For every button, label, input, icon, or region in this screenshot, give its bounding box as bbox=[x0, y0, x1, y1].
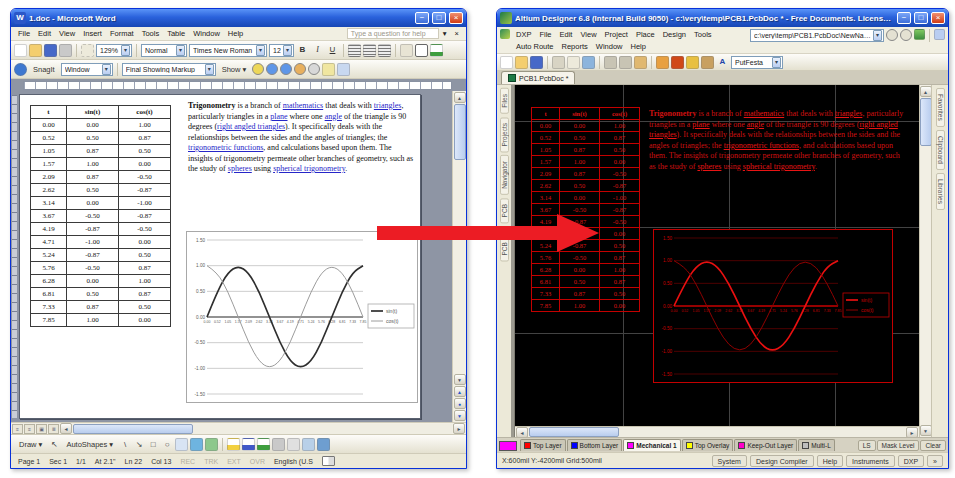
panel-button-dxp[interactable]: DXP bbox=[898, 455, 924, 467]
draw-menu-button[interactable]: Draw ▾ bbox=[15, 439, 46, 450]
markup-display-select[interactable]: Final Showing Markup ▾ bbox=[122, 63, 216, 76]
border-icon[interactable] bbox=[415, 44, 428, 57]
align-right-icon[interactable] bbox=[378, 44, 391, 57]
text-box-icon[interactable] bbox=[175, 438, 188, 451]
panel-button--[interactable]: » bbox=[927, 455, 943, 467]
menu-item-window[interactable]: Window bbox=[189, 28, 224, 39]
menu-item-insert[interactable]: Insert bbox=[79, 28, 106, 39]
fill-color-icon[interactable] bbox=[227, 438, 240, 451]
scroll-thumb[interactable] bbox=[73, 424, 193, 434]
print-icon[interactable] bbox=[59, 44, 72, 57]
layer-tab-top-overlay[interactable]: Top Overlay bbox=[682, 439, 734, 451]
zoom-select[interactable]: 129% ▾ bbox=[96, 44, 132, 57]
place-pad-icon[interactable] bbox=[671, 56, 684, 69]
panel-tab-navigator[interactable]: Navigator bbox=[500, 155, 509, 195]
menu-item-help[interactable]: Help bbox=[626, 40, 649, 52]
menu-item-edit[interactable]: Edit bbox=[556, 28, 577, 40]
word-vertical-scrollbar[interactable]: ▲ ▼ ▲ ● ▼ bbox=[452, 91, 466, 422]
layer-tab-mechanical-1[interactable]: Mechanical 1 bbox=[623, 439, 680, 451]
scroll-track[interactable] bbox=[529, 427, 905, 437]
panel-tab-libraries[interactable]: Libraries bbox=[936, 173, 945, 210]
altium-maximize-button[interactable]: □ bbox=[914, 12, 928, 24]
vertical-ruler[interactable] bbox=[12, 95, 17, 418]
ask-question-input[interactable]: Type a question for help bbox=[347, 28, 439, 39]
layer-tab-top-layer[interactable]: Top Layer bbox=[520, 439, 566, 451]
layer-button-mask-level[interactable]: Mask Level bbox=[877, 440, 920, 451]
canvas-horizontal-scrollbar[interactable]: ◄ ► bbox=[515, 426, 919, 437]
menu-item-tools[interactable]: Tools bbox=[690, 28, 716, 40]
print-preview-icon[interactable] bbox=[567, 56, 580, 69]
snagit-button[interactable]: SnagIt bbox=[29, 64, 59, 75]
next-page-icon[interactable]: ▼ bbox=[454, 410, 466, 421]
pcb-canvas[interactable]: tsin(t)cos(t)0.000.001.000.520.500.871.0… bbox=[515, 85, 919, 426]
panel-tab-clipboard[interactable]: Clipboard bbox=[936, 130, 945, 170]
line-color-icon[interactable] bbox=[242, 438, 255, 451]
panel-button-system[interactable]: System bbox=[712, 455, 747, 467]
line-style-icon[interactable] bbox=[272, 438, 285, 451]
scroll-thumb[interactable] bbox=[920, 98, 932, 146]
outline-view-icon[interactable]: ≣ bbox=[48, 424, 59, 434]
word-minimize-button[interactable]: − bbox=[415, 12, 429, 24]
accept-change-icon[interactable] bbox=[294, 63, 306, 75]
zoom-icon[interactable] bbox=[582, 56, 595, 69]
font-select[interactable]: Times New Roman ▾ bbox=[189, 44, 267, 57]
undo-icon[interactable] bbox=[81, 44, 94, 57]
scroll-thumb[interactable] bbox=[454, 104, 466, 160]
oval-icon[interactable]: ○ bbox=[161, 440, 173, 449]
menu-item-reports[interactable]: Reports bbox=[558, 40, 592, 52]
new-document-icon[interactable] bbox=[14, 44, 27, 57]
panel-tab-files[interactable]: Files bbox=[500, 88, 509, 114]
word-close-button[interactable]: × bbox=[449, 12, 463, 24]
hyperlink[interactable]: spheres bbox=[228, 164, 252, 173]
panel-tab-favorites[interactable]: Favorites bbox=[936, 88, 945, 127]
menu-item-file[interactable]: File bbox=[14, 28, 34, 39]
font-size-select[interactable]: 12 ▾ bbox=[269, 44, 294, 57]
word-maximize-button[interactable]: □ bbox=[432, 12, 446, 24]
menu-item-view[interactable]: View bbox=[576, 28, 600, 40]
horizontal-ruler[interactable] bbox=[23, 81, 452, 90]
scroll-right-icon[interactable]: ► bbox=[906, 427, 918, 438]
menu-item-file[interactable]: File bbox=[535, 28, 555, 40]
menu-item-format[interactable]: Format bbox=[106, 28, 138, 39]
new-icon[interactable] bbox=[500, 56, 513, 69]
current-layer-color-swatch[interactable] bbox=[499, 441, 517, 451]
place-string-icon[interactable]: A bbox=[716, 56, 729, 69]
line-icon[interactable]: \ bbox=[119, 440, 131, 449]
scroll-right-icon[interactable]: ► bbox=[453, 423, 465, 434]
highlight-icon[interactable] bbox=[322, 63, 335, 76]
hyperlink[interactable]: plane bbox=[270, 112, 287, 121]
save-icon[interactable] bbox=[44, 44, 57, 57]
scroll-up-icon[interactable]: ▲ bbox=[454, 92, 466, 103]
normal-view-icon[interactable]: ≡ bbox=[12, 424, 23, 434]
place-via-icon[interactable] bbox=[686, 56, 699, 69]
autoshapes-menu-button[interactable]: AutoShapes ▾ bbox=[62, 439, 117, 450]
wordart-icon[interactable] bbox=[190, 438, 203, 451]
next-change-icon[interactable] bbox=[280, 63, 292, 75]
chevron-down-icon[interactable]: ▾ bbox=[772, 57, 781, 68]
chevron-down-icon[interactable]: ▾ bbox=[439, 28, 451, 39]
place-wire-icon[interactable] bbox=[656, 56, 669, 69]
web-layout-view-icon[interactable]: ≡ bbox=[24, 424, 35, 434]
open-icon[interactable] bbox=[29, 44, 42, 57]
chevron-down-icon[interactable]: ▾ bbox=[102, 64, 111, 75]
print-layout-view-icon[interactable]: ▣ bbox=[36, 424, 47, 434]
save-icon[interactable] bbox=[530, 56, 543, 69]
workspace-icon[interactable] bbox=[934, 29, 945, 40]
chevron-down-icon[interactable]: ▾ bbox=[121, 45, 130, 56]
hyperlink[interactable]: angle bbox=[325, 112, 342, 121]
rectangle-icon[interactable]: □ bbox=[147, 440, 159, 449]
snagit-window-select[interactable]: Window ▾ bbox=[61, 63, 113, 76]
numbering-icon[interactable] bbox=[400, 44, 413, 57]
menu-item-table[interactable]: Table bbox=[163, 28, 189, 39]
layer-button-ls[interactable]: LS bbox=[858, 440, 876, 451]
scroll-left-icon[interactable]: ◄ bbox=[516, 427, 528, 438]
previous-change-icon[interactable] bbox=[266, 63, 278, 75]
toolbar-combo[interactable]: PutFesta ▾ bbox=[731, 56, 783, 69]
menu-item-view[interactable]: View bbox=[55, 28, 79, 39]
dash-style-icon[interactable] bbox=[287, 438, 300, 451]
hyperlink[interactable]: triangles bbox=[374, 101, 402, 110]
panel-button-design-compiler[interactable]: Design Compiler bbox=[750, 455, 814, 467]
layer-tab-bottom-layer[interactable]: Bottom Layer bbox=[567, 439, 623, 451]
altium-titlebar[interactable]: Altium Designer 6.8 (Internal Build 9050… bbox=[497, 9, 948, 27]
word-page[interactable]: tsin(t)cos(t)0.000.001.000.520.500.871.0… bbox=[19, 94, 421, 419]
